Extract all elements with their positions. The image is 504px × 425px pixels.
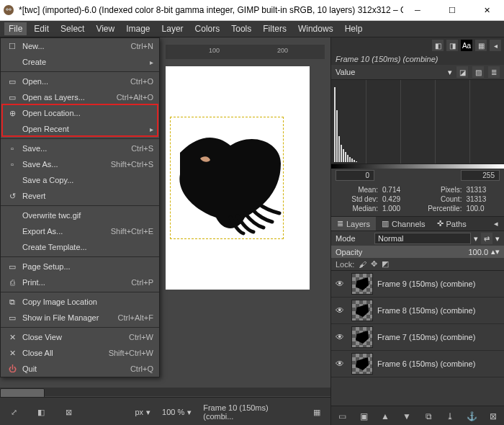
horizontal-scrollbar[interactable] bbox=[0, 388, 330, 396]
menu-item-revert[interactable]: ↺Revert bbox=[1, 188, 159, 204]
menu-item-icon: ▫ bbox=[6, 144, 18, 153]
menu-item-export-as[interactable]: Export As...Shift+Ctrl+E bbox=[1, 223, 159, 239]
mode-switch-icon[interactable]: ⇄ bbox=[481, 233, 492, 244]
menu-item-label: Save a Copy... bbox=[22, 176, 149, 184]
layer-row[interactable]: 👁Frame 6 (150ms) (combine) bbox=[331, 351, 504, 377]
menu-item-label: Open Location... bbox=[22, 109, 149, 117]
svg-point-3 bbox=[6, 9, 7, 9]
menu-colors[interactable]: Colors bbox=[191, 22, 225, 35]
menu-item-icon: ⊕ bbox=[6, 109, 18, 118]
window-title: *[twc] (imported)-6.0 (Indexed color 8-b… bbox=[19, 5, 403, 15]
window-minimize-button[interactable]: ─ bbox=[403, 2, 432, 18]
menu-item-label: Save... bbox=[22, 144, 127, 153]
menu-item-open-recent[interactable]: Open Recent bbox=[1, 121, 159, 137]
tab-layers[interactable]: ≣ Layers bbox=[331, 217, 376, 231]
menu-item-page-setup[interactable]: ▭Page Setup... bbox=[1, 259, 159, 274]
hist-range-min[interactable]: 0 bbox=[336, 170, 374, 181]
visibility-eye-icon[interactable]: 👁 bbox=[336, 359, 347, 369]
menu-item-create[interactable]: Create bbox=[1, 54, 159, 70]
menu-item-new[interactable]: ☐New...Ctrl+N bbox=[1, 38, 159, 54]
chevron-down-icon: ▾ bbox=[474, 234, 478, 243]
menu-item-label: Print... bbox=[22, 278, 127, 287]
tool-icon[interactable]: ◧ bbox=[432, 40, 444, 51]
hist-mode-icon[interactable]: ◪ bbox=[456, 66, 468, 78]
menu-item-accel: Ctrl+N bbox=[131, 42, 153, 50]
hist-mode-icon[interactable]: ▨ bbox=[472, 66, 484, 78]
tab-paths[interactable]: ✜ Paths bbox=[431, 217, 472, 231]
menu-item-open-location[interactable]: ⊕Open Location... bbox=[1, 105, 159, 121]
sb-icon[interactable]: ◧ bbox=[33, 404, 49, 420]
lock-alpha-icon[interactable]: ◩ bbox=[382, 259, 389, 269]
layer-row[interactable]: 👁Frame 8 (150ms) (combine) bbox=[331, 298, 504, 324]
menu-item-label: Save As... bbox=[22, 160, 107, 169]
layer-thumbnail bbox=[351, 300, 373, 321]
tool-icon[interactable]: ▦ bbox=[475, 40, 487, 51]
layer-row[interactable]: 👁Frame 9 (150ms) (combine) bbox=[331, 271, 504, 298]
menu-tools[interactable]: Tools bbox=[227, 22, 256, 35]
dock-menu-icon[interactable]: ◂ bbox=[490, 40, 501, 51]
menu-item-save-a-copy[interactable]: Save a Copy... bbox=[1, 172, 159, 188]
menu-edit[interactable]: Edit bbox=[30, 22, 53, 35]
menu-view[interactable]: View bbox=[91, 22, 119, 35]
window-maximize-button[interactable]: ☐ bbox=[438, 2, 467, 18]
new-layer-icon[interactable]: ▭ bbox=[336, 411, 348, 421]
tool-icon[interactable]: ◨ bbox=[446, 40, 458, 51]
raise-layer-icon[interactable]: ▲ bbox=[379, 411, 392, 421]
status-zoom[interactable]: 100 % bbox=[162, 408, 184, 416]
sb-icon[interactable]: ▦ bbox=[309, 404, 325, 420]
tab-channels[interactable]: ▥ Channels bbox=[376, 217, 431, 231]
menu-item-save[interactable]: ▫Save...Ctrl+S bbox=[1, 140, 159, 156]
tool-icon[interactable]: Aa bbox=[461, 40, 472, 51]
layer-group-icon[interactable]: ▣ bbox=[357, 411, 370, 421]
menu-item-copy-image-location[interactable]: ⧉Copy Image Location bbox=[1, 294, 159, 310]
lock-paint-icon[interactable]: 🖌 bbox=[359, 260, 366, 269]
menu-layer[interactable]: Layer bbox=[158, 22, 188, 35]
image-canvas[interactable] bbox=[166, 66, 310, 290]
menu-item-quit[interactable]: ⏻QuitCtrl+Q bbox=[1, 361, 159, 377]
menu-item-overwrite-twc-gif[interactable]: Overwrite twc.gif bbox=[1, 207, 159, 223]
visibility-eye-icon[interactable]: 👁 bbox=[336, 279, 347, 289]
menu-item-print[interactable]: ⎙Print...Ctrl+P bbox=[1, 274, 159, 290]
sb-icon[interactable]: ⤢ bbox=[6, 404, 22, 420]
chevron-down-icon: ▾ bbox=[448, 68, 452, 77]
menu-image[interactable]: Image bbox=[122, 22, 154, 35]
menu-item-open-as-layers[interactable]: ▭Open as Layers...Ctrl+Alt+O bbox=[1, 89, 159, 105]
menu-item-close-all[interactable]: ✕Close AllShift+Ctrl+W bbox=[1, 345, 159, 361]
layer-name: Frame 6 (150ms) (combine) bbox=[377, 359, 500, 368]
visibility-eye-icon[interactable]: 👁 bbox=[336, 305, 347, 316]
window-close-button[interactable]: ✕ bbox=[472, 2, 501, 18]
menu-item-close-view[interactable]: ✕Close ViewCtrl+W bbox=[1, 329, 159, 345]
menu-item-accel: Ctrl+S bbox=[131, 144, 153, 153]
layer-mode-row: Mode Normal ▾ ⇄ ▾ bbox=[331, 231, 504, 246]
menu-item-show-in-file-manager[interactable]: ▭Show in File ManagerCtrl+Alt+F bbox=[1, 310, 159, 326]
sb-icon[interactable]: ⊠ bbox=[60, 404, 76, 420]
layer-opacity-row[interactable]: Opacity 100.0 ▴▾ bbox=[331, 246, 504, 258]
layer-mode-select[interactable]: Normal bbox=[374, 233, 471, 244]
menu-help[interactable]: Help bbox=[341, 22, 367, 35]
lock-move-icon[interactable]: ✥ bbox=[371, 259, 377, 269]
gimp-logo-icon bbox=[3, 4, 14, 16]
menu-item-create-template[interactable]: Create Template... bbox=[1, 239, 159, 255]
menu-select[interactable]: Select bbox=[56, 22, 89, 35]
menu-item-open[interactable]: ▭Open...Ctrl+O bbox=[1, 73, 159, 89]
layer-row[interactable]: 👁Frame 7 (150ms) (combine) bbox=[331, 324, 504, 351]
menu-item-icon: ⏻ bbox=[6, 364, 18, 373]
hist-range-max[interactable]: 255 bbox=[461, 170, 500, 181]
hist-mode-icon[interactable]: ≣ bbox=[488, 66, 500, 78]
merge-down-icon[interactable]: ⤓ bbox=[444, 411, 456, 421]
lower-layer-icon[interactable]: ▼ bbox=[400, 411, 413, 421]
anchor-layer-icon[interactable]: ⚓ bbox=[465, 411, 478, 421]
menu-filters[interactable]: Filters bbox=[258, 22, 291, 35]
layer-list[interactable]: 👁Frame 10 (150ms) (combine)👁Frame 9 (150… bbox=[331, 271, 504, 406]
histogram-channel-select[interactable]: Value bbox=[336, 68, 444, 76]
canvas-content-bird bbox=[173, 124, 288, 239]
menu-windows[interactable]: Windows bbox=[294, 22, 338, 35]
menu-file[interactable]: File bbox=[4, 22, 27, 35]
duplicate-layer-icon[interactable]: ⧉ bbox=[422, 411, 435, 421]
visibility-eye-icon[interactable]: 👁 bbox=[336, 332, 347, 342]
dock-menu-icon[interactable]: ◂ bbox=[488, 217, 504, 231]
delete-layer-icon[interactable]: ⊠ bbox=[487, 411, 500, 421]
menu-item-save-as[interactable]: ▫Save As...Shift+Ctrl+S bbox=[1, 156, 159, 172]
histogram-chart[interactable] bbox=[331, 80, 504, 164]
status-unit[interactable]: px bbox=[135, 408, 143, 416]
